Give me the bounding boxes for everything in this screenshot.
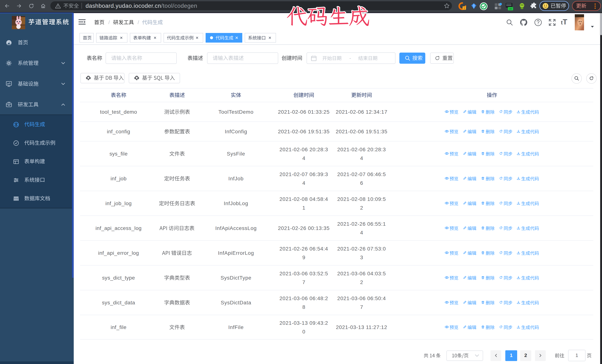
svg-text:1: 1 xyxy=(463,7,465,10)
svg-text:on: on xyxy=(509,7,512,10)
